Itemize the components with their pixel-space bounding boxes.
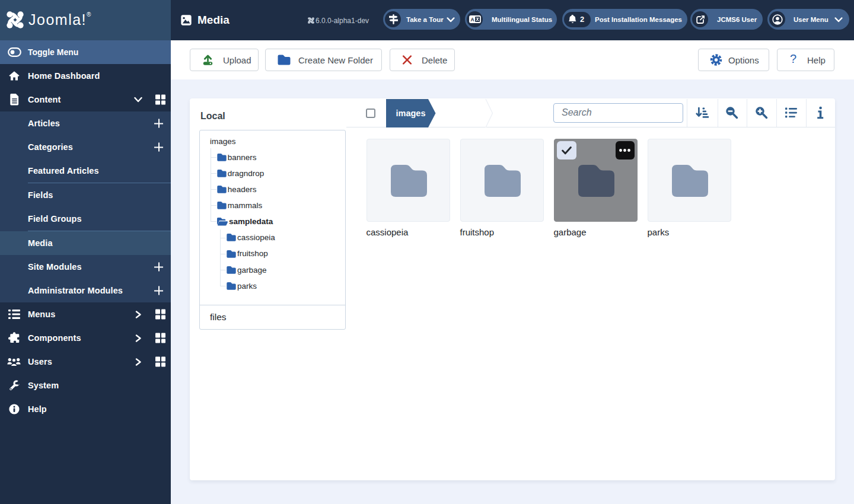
svg-text:images: images xyxy=(396,109,426,118)
svg-text:A: A xyxy=(470,17,474,23)
